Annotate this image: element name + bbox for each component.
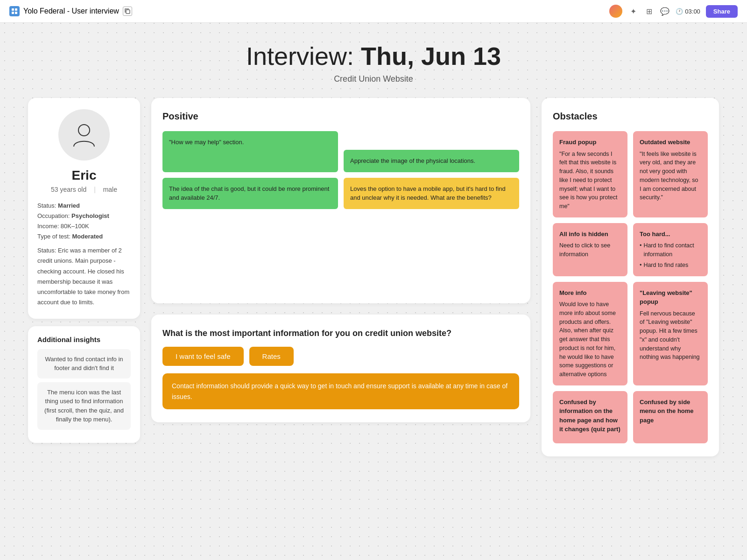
obstacle-all-info-hidden: All info is hidden Need to click to see …	[553, 223, 627, 276]
insight-item: Wanted to find contact info in footer an…	[37, 349, 131, 378]
app-logo	[9, 6, 20, 16]
person-icon	[70, 121, 98, 149]
right-column: Obstacles Fraud popup "For a few seconds…	[542, 98, 719, 456]
timer-icon: 🕐	[676, 8, 683, 15]
question-section: What is the most important information f…	[151, 315, 530, 422]
insights-card: Additional insights Wanted to find conta…	[28, 326, 140, 443]
insight-item: The menu icon was the last thing used to…	[37, 382, 131, 430]
cursor-icon[interactable]: ✦	[628, 6, 638, 16]
question-title: What is the most important information f…	[162, 328, 519, 339]
profile-card: Eric 53 years old | male Status: Married…	[28, 98, 140, 319]
user-avatar[interactable]	[609, 5, 622, 18]
timer-display: 🕐 03:00	[676, 8, 700, 15]
chat-icon[interactable]: 💬	[660, 6, 670, 16]
test-type-value: Moderated	[72, 233, 103, 240]
obstacle-fraud-popup: Fraud popup "For a few seconds I felt th…	[553, 131, 627, 217]
title-bold: Thu, Jun 13	[361, 42, 501, 70]
sticky-notes-grid: "How we may help" section. Appreciate th…	[162, 131, 519, 209]
page-header: Interview: Thu, Jun 13 Credit Union Webs…	[0, 23, 747, 98]
obstacle-outdated-website: Outdated website "It feels like website …	[633, 131, 708, 217]
topbar-right: ✦ ⊞ 💬 🕐 03:00 Share	[609, 5, 738, 18]
pill-rates[interactable]: Rates	[249, 347, 294, 366]
title-prefix: Interview:	[246, 42, 354, 70]
grid-icon[interactable]: ⊞	[644, 6, 654, 16]
sticky-note-2: Appreciate the image of the physical loc…	[344, 150, 519, 172]
svg-rect-4	[126, 10, 130, 14]
profile-meta: 53 years old | male	[37, 186, 131, 193]
timer-value: 03:00	[685, 8, 700, 15]
left-column: Eric 53 years old | male Status: Married…	[28, 98, 140, 443]
avatar-container	[37, 109, 131, 161]
topbar-left: Yolo Federal - User interview	[9, 6, 132, 16]
topbar-title: Yolo Federal - User interview	[23, 7, 119, 15]
svg-point-5	[78, 125, 90, 136]
topbar: Yolo Federal - User interview ✦ ⊞ 💬 🕐 03…	[0, 0, 747, 23]
sticky-note-4: Loves the option to have a mobile app, b…	[344, 178, 519, 209]
sticky-note-3: The idea of the chat is good, but it cou…	[162, 178, 338, 209]
positive-title: Positive	[162, 111, 519, 122]
page-subtitle: Credit Union Website	[0, 74, 747, 84]
share-button[interactable]: Share	[706, 5, 738, 18]
answer-text: Contact information should provide a qui…	[162, 373, 519, 409]
svg-rect-1	[15, 8, 17, 11]
svg-rect-0	[12, 8, 14, 11]
obstacles-grid: Fraud popup "For a few seconds I felt th…	[553, 131, 708, 443]
page-title: Interview: Thu, Jun 13	[0, 42, 747, 70]
avatar-background	[58, 109, 110, 161]
pill-feel-safe[interactable]: I want to feel safe	[162, 347, 244, 366]
occupation-value: Psychologist	[71, 212, 109, 219]
profile-gender: male	[103, 186, 117, 193]
obstacle-leaving-website: "Leaving website" popup Fell nervous bec…	[633, 282, 708, 385]
copy-button[interactable]	[123, 7, 132, 16]
positive-card: Positive "How we may help" section. Appr…	[151, 98, 530, 303]
profile-details: Status: Married Occupation: Psychologist…	[37, 201, 131, 308]
profile-description: Status: Eric was a member of 2 credit un…	[37, 245, 131, 308]
svg-rect-2	[12, 12, 14, 14]
obstacles-card: Obstacles Fraud popup "For a few seconds…	[542, 98, 719, 456]
profile-age: 53 years old	[51, 186, 86, 193]
obstacle-confused-home-page: Confused by information on the home page…	[553, 391, 627, 443]
obstacle-confused-side-menu: Confused by side menu on the home page	[633, 391, 708, 443]
answer-pills: I want to feel safe Rates	[162, 347, 519, 366]
status-value: Married	[58, 202, 80, 209]
sticky-note-1: "How we may help" section.	[162, 131, 338, 172]
svg-rect-3	[15, 12, 17, 14]
middle-column: Positive "How we may help" section. Appr…	[151, 98, 530, 422]
obstacle-too-hard: Too hard... Hard to find contact informa…	[633, 223, 708, 276]
income-line: Income: 80K–100K	[37, 221, 131, 231]
main-content: Eric 53 years old | male Status: Married…	[0, 98, 747, 475]
insights-title: Additional insights	[37, 336, 131, 343]
profile-name: Eric	[37, 168, 131, 183]
obstacle-more-info: More info Would love to have more info a…	[553, 282, 627, 385]
obstacles-title: Obstacles	[553, 111, 708, 122]
meta-divider: |	[94, 186, 96, 193]
